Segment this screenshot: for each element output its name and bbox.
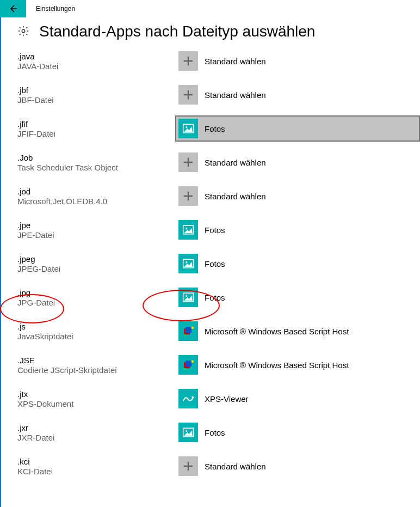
filetype-extension: .java xyxy=(17,52,175,61)
page-header: Standard-Apps nach Dateityp auswählen xyxy=(17,23,420,40)
default-app-label: Standard wählen xyxy=(205,158,266,167)
default-app-button[interactable]: Microsoft ® Windows Based Script Host xyxy=(175,352,353,378)
filetype-row: .jpeJPE-DateiFotos xyxy=(17,217,420,243)
filetype-info: .jpgJPG-Datei xyxy=(17,284,175,310)
filetype-extension: .js xyxy=(17,322,175,331)
svg-point-0 xyxy=(22,29,25,33)
filetype-description: JavaSkriptdatei xyxy=(17,332,175,341)
title-bar: Einstellungen xyxy=(0,0,420,17)
filetype-row: .javaJAVA-DateiStandard wählen xyxy=(17,48,420,74)
default-app-button[interactable]: Standard wählen xyxy=(175,183,270,209)
filetype-description: JXR-Datei xyxy=(17,433,175,442)
filetype-info: .JSECodierte JScript-Skriptdatei xyxy=(17,352,175,378)
script-host-icon xyxy=(178,355,198,375)
filetype-extension: .jpg xyxy=(17,288,175,297)
default-app-button[interactable]: Fotos xyxy=(175,419,230,445)
filetype-row: .jpgJPG-DateiFotos xyxy=(17,284,420,310)
default-app-label: Standard wählen xyxy=(205,57,266,66)
filetype-description: JFIF-Datei xyxy=(17,129,175,138)
filetype-description: JAVA-Datei xyxy=(17,62,175,71)
filetype-description: JPEG-Datei xyxy=(17,264,175,273)
filetype-row: .kciKCI-DateiStandard wählen xyxy=(17,453,420,479)
filetype-info: .jtxXPS-Dokument xyxy=(17,386,175,412)
filetype-info: .jxrJXR-Datei xyxy=(17,419,175,445)
filetype-extension: .jpe xyxy=(17,221,175,230)
fotos-app-icon xyxy=(178,423,198,442)
xps-viewer-icon xyxy=(178,389,198,408)
fotos-app-icon xyxy=(178,288,198,307)
window-title: Einstellungen xyxy=(36,5,75,13)
content-area: Standard-Apps nach Dateityp auswählen .j… xyxy=(0,17,420,479)
default-app-label: Microsoft ® Windows Based Script Host xyxy=(205,361,349,370)
default-app-label: Standard wählen xyxy=(205,462,266,471)
filetype-row: .jpegJPEG-DateiFotos xyxy=(17,251,420,277)
filetype-extension: .jbf xyxy=(17,85,175,95)
filetype-info: .jsJavaSkriptdatei xyxy=(17,318,175,344)
filetype-info: .jodMicrosoft.Jet.OLEDB.4.0 xyxy=(17,183,175,209)
filetype-row: .JobTask Scheduler Task ObjectStandard w… xyxy=(17,149,420,175)
filetype-extension: .jfif xyxy=(17,119,175,129)
filetype-extension: .jpeg xyxy=(17,254,175,264)
filetype-info: .JobTask Scheduler Task Object xyxy=(17,149,175,175)
filetype-row: .jfifJFIF-DateiFotos xyxy=(17,115,420,142)
filetype-extension: .jtx xyxy=(17,389,175,399)
default-app-label: Standard wählen xyxy=(205,192,266,201)
filetype-info: .jfifJFIF-Datei xyxy=(17,115,175,142)
plus-icon xyxy=(178,51,198,71)
plus-icon xyxy=(178,152,198,172)
filetype-description: KCI-Datei xyxy=(17,467,175,476)
default-app-label: XPS-Viewer xyxy=(205,394,249,404)
filetype-extension: .JSE xyxy=(17,356,175,365)
window-accent-border xyxy=(0,17,1,507)
default-app-label: Fotos xyxy=(205,225,225,235)
filetype-row: .jtxXPS-DokumentXPS-Viewer xyxy=(17,386,420,412)
filetype-description: JPG-Datei xyxy=(17,298,175,307)
back-button[interactable] xyxy=(0,0,26,17)
filetype-description: XPS-Dokument xyxy=(17,399,175,408)
filetype-row: .jxrJXR-DateiFotos xyxy=(17,419,420,445)
page-title: Standard-Apps nach Dateityp auswählen xyxy=(39,23,315,40)
plus-icon xyxy=(178,85,198,105)
filetype-description: JBF-Datei xyxy=(17,95,175,105)
default-app-button[interactable]: Standard wählen xyxy=(175,149,270,175)
filetype-info: .javaJAVA-Datei xyxy=(17,48,175,74)
fotos-app-icon xyxy=(178,254,198,273)
plus-icon xyxy=(178,456,198,476)
default-app-button[interactable]: Standard wählen xyxy=(175,82,270,108)
default-app-label: Fotos xyxy=(205,428,225,437)
filetype-extension: .Job xyxy=(17,153,175,162)
filetype-description: Microsoft.Jet.OLEDB.4.0 xyxy=(17,197,175,206)
plus-icon xyxy=(178,186,198,206)
fotos-app-icon xyxy=(178,119,198,138)
filetype-extension: .jxr xyxy=(17,423,175,432)
default-app-label: Fotos xyxy=(205,293,225,302)
filetype-description: JPE-Datei xyxy=(17,230,175,240)
default-app-label: Microsoft ® Windows Based Script Host xyxy=(205,327,349,336)
filetype-row: .jodMicrosoft.Jet.OLEDB.4.0Standard wähl… xyxy=(17,183,420,209)
filetype-info: .kciKCI-Datei xyxy=(17,453,175,479)
arrow-left-icon xyxy=(9,4,17,13)
default-app-button[interactable]: Fotos xyxy=(175,284,230,310)
default-app-button[interactable]: Fotos xyxy=(175,217,230,243)
filetype-list: .javaJAVA-DateiStandard wählen.jbfJBF-Da… xyxy=(17,48,420,479)
script-host-icon xyxy=(178,321,198,341)
filetype-info: .jpeJPE-Datei xyxy=(17,217,175,243)
default-app-label: Fotos xyxy=(205,259,225,268)
filetype-description: Codierte JScript-Skriptdatei xyxy=(17,365,175,375)
gear-icon xyxy=(17,25,29,39)
default-app-button[interactable]: Standard wählen xyxy=(175,48,270,74)
fotos-app-icon xyxy=(178,220,198,240)
filetype-extension: .kci xyxy=(17,457,175,466)
filetype-row: .jbfJBF-DateiStandard wählen xyxy=(17,82,420,108)
default-app-button[interactable]: Fotos xyxy=(175,115,420,142)
filetype-row: .jsJavaSkriptdateiMicrosoft ® Windows Ba… xyxy=(17,318,420,344)
default-app-label: Standard wählen xyxy=(205,90,266,100)
default-app-label: Fotos xyxy=(205,124,225,133)
filetype-info: .jbfJBF-Datei xyxy=(17,82,175,108)
default-app-button[interactable]: Microsoft ® Windows Based Script Host xyxy=(175,318,353,344)
default-app-button[interactable]: Standard wählen xyxy=(175,453,270,479)
default-app-button[interactable]: XPS-Viewer xyxy=(175,386,253,412)
filetype-description: Task Scheduler Task Object xyxy=(17,163,175,172)
filetype-row: .JSECodierte JScript-SkriptdateiMicrosof… xyxy=(17,352,420,378)
default-app-button[interactable]: Fotos xyxy=(175,251,230,277)
